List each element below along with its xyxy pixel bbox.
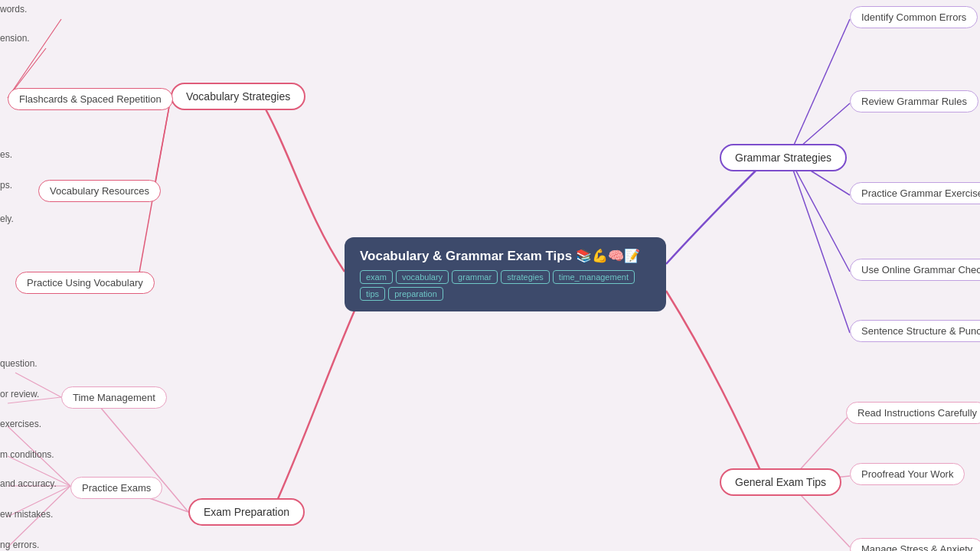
partial-text-3: es. <box>0 149 12 160</box>
partial-text-11: ew mistakes. <box>0 509 53 520</box>
mindmap-canvas: Vocabulary & Grammar Exam Tips 📚💪🧠📝 exam… <box>0 0 980 551</box>
svg-line-3 <box>8 19 61 98</box>
partial-text-8: exercises. <box>0 419 41 429</box>
partial-text-2: ension. <box>0 33 30 44</box>
branch-general[interactable]: General Exam Tips <box>720 468 841 496</box>
svg-line-8 <box>789 157 850 272</box>
leaf-time-management[interactable]: Time Management <box>61 386 167 409</box>
leaf-review-grammar[interactable]: Review Grammar Rules <box>850 90 978 112</box>
tag-vocabulary[interactable]: vocabulary <box>396 270 449 284</box>
leaf-vocab-resources[interactable]: Vocabulary Resources <box>38 180 161 202</box>
partial-text-7: or review. <box>0 389 39 399</box>
branch-exam[interactable]: Exam Preparation <box>188 498 305 526</box>
leaf-identify-errors[interactable]: Identify Common Errors <box>850 6 978 28</box>
tag-grammar[interactable]: grammar <box>452 270 498 284</box>
partial-text-1: words. <box>0 4 27 15</box>
leaf-practice-exams[interactable]: Practice Exams <box>70 477 162 499</box>
partial-text-5: ely. <box>0 214 14 224</box>
leaf-read-instructions[interactable]: Read Instructions Carefully <box>846 402 980 424</box>
tag-tips[interactable]: tips <box>360 287 385 301</box>
central-title: Vocabulary & Grammar Exam Tips 📚💪🧠📝 <box>360 248 651 264</box>
leaf-flashcards[interactable]: Flashcards & Spaced Repetition <box>8 88 173 110</box>
partial-text-10: and accuracy. <box>0 478 57 489</box>
leaf-online-grammar[interactable]: Use Online Grammar Checkers <box>850 259 980 281</box>
partial-text-6: question. <box>0 358 38 369</box>
partial-text-12: ng errors. <box>0 540 39 550</box>
leaf-practice-grammar[interactable]: Practice Grammar Exercises <box>850 182 980 204</box>
tag-time-management[interactable]: time_management <box>553 270 635 284</box>
leaf-manage-stress[interactable]: Manage Stress & Anxiety <box>850 538 980 551</box>
svg-line-1 <box>153 98 171 194</box>
tag-strategies[interactable]: strategies <box>501 270 550 284</box>
tag-preparation[interactable]: preparation <box>388 287 443 301</box>
leaf-sentence-structure[interactable]: Sentence Structure & Punctuation <box>850 320 980 342</box>
leaf-proofread[interactable]: Proofread Your Work <box>850 463 965 485</box>
central-tags: exam vocabulary grammar strategies time_… <box>360 270 651 301</box>
tag-exam[interactable]: exam <box>360 270 393 284</box>
partial-text-9: m conditions. <box>0 449 54 460</box>
svg-line-5 <box>789 19 850 157</box>
branch-grammar[interactable]: Grammar Strategies <box>720 144 847 171</box>
leaf-practice-vocab[interactable]: Practice Using Vocabulary <box>15 272 155 294</box>
branch-vocabulary[interactable]: Vocabulary Strategies <box>171 83 305 110</box>
partial-text-4: ps. <box>0 180 12 191</box>
svg-line-9 <box>789 157 850 333</box>
central-node[interactable]: Vocabulary & Grammar Exam Tips 📚💪🧠📝 exam… <box>345 237 666 311</box>
